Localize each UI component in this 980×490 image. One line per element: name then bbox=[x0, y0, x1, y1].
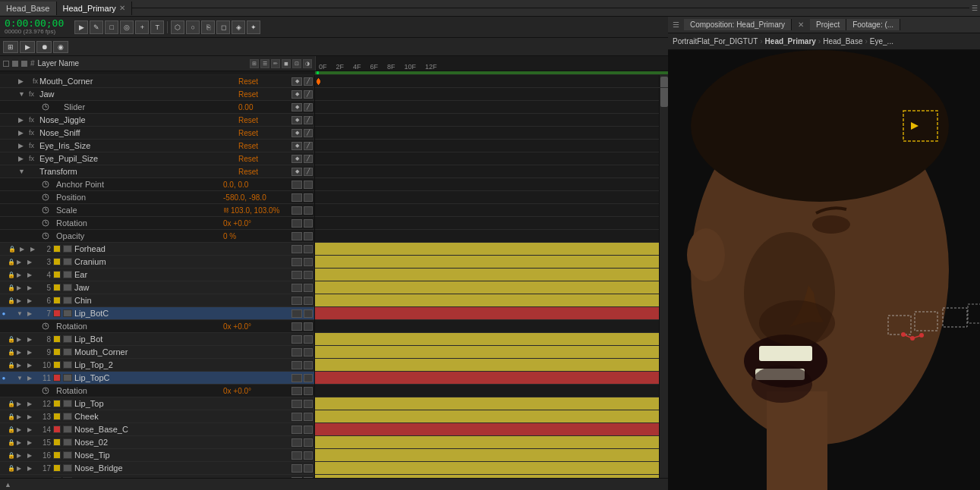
col-icon4[interactable]: ◼ bbox=[282, 59, 291, 68]
expand-toggle2[interactable]: ▶ bbox=[27, 478, 38, 479]
list-item[interactable]: 🔒 ▶ ▶ 2 Forhead bbox=[0, 243, 314, 256]
list-item[interactable]: Rotation 0x +0.0° bbox=[0, 385, 314, 397]
expand-toggle2[interactable]: ▶ bbox=[27, 272, 38, 278]
expand-toggle2[interactable]: ▶ bbox=[27, 413, 38, 420]
prop-clock-icon[interactable] bbox=[39, 193, 52, 201]
edit-btn[interactable] bbox=[304, 438, 313, 447]
comp-tab-composition[interactable]: Composition: Head_Primary bbox=[684, 19, 792, 30]
list-item[interactable]: ▶ fx Eye_Iris_Size Reset ◆ ╱ bbox=[0, 140, 314, 152]
expand-toggle2[interactable]: ▶ bbox=[27, 336, 38, 343]
list-item[interactable]: 🔒 ▶ ▶ 14 Nose_Base_C bbox=[0, 423, 314, 436]
expand-toggle[interactable]: ▶ bbox=[17, 362, 27, 369]
prop-clock-icon[interactable] bbox=[39, 206, 52, 214]
keyframe-btn[interactable] bbox=[291, 245, 302, 253]
list-item[interactable]: Rotation 0x +0.0° bbox=[0, 217, 314, 230]
expand-toggle2[interactable]: ▶ bbox=[27, 349, 38, 356]
edit-btn[interactable]: ╱ bbox=[304, 116, 313, 124]
edit-btn[interactable] bbox=[304, 451, 313, 460]
keyframe-btn[interactable]: ◆ bbox=[291, 90, 302, 99]
keyframe-btn[interactable] bbox=[291, 464, 302, 473]
list-item[interactable]: Slider 0.00 ◆ ╱ bbox=[0, 101, 314, 114]
keyframe-btn[interactable] bbox=[291, 219, 302, 228]
edit-btn[interactable]: ╱ bbox=[304, 129, 313, 137]
prop-clock-icon[interactable] bbox=[39, 322, 52, 330]
expand-toggle2[interactable]: ▶ bbox=[27, 426, 38, 433]
breadcrumb-item-2[interactable]: Head_Primary bbox=[765, 37, 816, 46]
expand-toggle[interactable]: ▼ bbox=[17, 375, 27, 382]
expand-toggle[interactable]: ▼ bbox=[17, 310, 27, 317]
edit-btn[interactable] bbox=[304, 181, 313, 189]
edit-btn[interactable] bbox=[304, 374, 313, 382]
keyframe-btn[interactable]: ◆ bbox=[291, 168, 302, 176]
expand-toggle[interactable]: ▶ bbox=[17, 272, 27, 278]
edit-btn[interactable] bbox=[304, 245, 313, 253]
keyframe-btn[interactable] bbox=[291, 181, 302, 189]
expand-toggle2[interactable]: ▶ bbox=[27, 297, 38, 304]
edit-btn[interactable] bbox=[304, 348, 313, 357]
edit-btn[interactable] bbox=[304, 193, 313, 202]
keyframe-btn[interactable] bbox=[291, 477, 302, 479]
edit-btn[interactable]: ╱ bbox=[304, 155, 313, 163]
expand-toggle[interactable]: ▶ bbox=[17, 426, 27, 433]
expand-toggle[interactable]: ▶ bbox=[17, 478, 27, 479]
keyframe-btn[interactable] bbox=[291, 335, 302, 344]
expand-toggle[interactable]: ▶ bbox=[17, 336, 27, 343]
list-item[interactable]: ▼ Transform Reset ◆ ╱ bbox=[0, 165, 314, 178]
list-item[interactable]: 🔒 ▶ ▶ 9 Mouth_Corner bbox=[0, 346, 314, 359]
list-item[interactable]: Position -580.0, -98.0 bbox=[0, 191, 314, 204]
expand-toggle2[interactable]: ▶ bbox=[27, 439, 38, 446]
expand-toggle[interactable]: ▶ bbox=[17, 259, 27, 265]
list-item[interactable]: ▼ fx Jaw Reset ◆ ╱ bbox=[0, 88, 314, 101]
list-item[interactable]: 🔒 ▶ ▶ 3 Cranium bbox=[0, 256, 314, 269]
list-item[interactable]: 🔒 ▶ ▶ 4 Ear bbox=[0, 269, 314, 281]
expand-toggle[interactable]: ▶ bbox=[18, 155, 26, 162]
expand-toggle2[interactable]: ▶ bbox=[27, 259, 38, 265]
edit-btn[interactable] bbox=[304, 284, 313, 292]
edit-btn[interactable] bbox=[304, 335, 313, 344]
list-item[interactable]: Rotation 0x +0.0° bbox=[0, 320, 314, 333]
keyframe-btn[interactable]: ◆ bbox=[291, 77, 302, 86]
col-icon2[interactable]: ☰ bbox=[260, 59, 269, 68]
list-item[interactable]: ▶ fx Nose_Sniff Reset ◆ ╱ bbox=[0, 127, 314, 140]
col-icon1[interactable]: ⊞ bbox=[250, 59, 259, 68]
keyframe-btn[interactable]: ◆ bbox=[291, 116, 302, 124]
edit-btn[interactable] bbox=[304, 309, 313, 318]
keyframe-btn[interactable] bbox=[291, 451, 302, 460]
keyframe-btn[interactable]: ◆ bbox=[291, 155, 302, 163]
lock-col[interactable] bbox=[12, 61, 18, 67]
keyframe-btn[interactable]: ◆ bbox=[291, 129, 302, 137]
list-item[interactable]: ● ▼ ▶ 11 Lip_TopC bbox=[0, 372, 314, 385]
keyframe-btn[interactable]: ◆ bbox=[291, 142, 302, 150]
edit-btn[interactable]: ╱ bbox=[304, 90, 313, 99]
comp-tab-footage[interactable]: Footage: (... bbox=[846, 19, 900, 30]
prop-clock-icon[interactable] bbox=[39, 232, 52, 240]
breadcrumb-item-4[interactable]: Eye_... bbox=[870, 37, 893, 46]
edit-btn[interactable] bbox=[304, 400, 313, 408]
expand-toggle2[interactable]: ▶ bbox=[27, 400, 38, 407]
edit-btn[interactable] bbox=[304, 361, 313, 369]
tool-roto[interactable]: ○ bbox=[186, 20, 200, 34]
tool-clone[interactable]: ⎘ bbox=[201, 20, 215, 34]
edit-btn[interactable] bbox=[304, 232, 313, 240]
timeline-scrollbar[interactable] bbox=[659, 75, 668, 478]
prop-clock-icon[interactable] bbox=[39, 181, 52, 188]
keyframe-btn[interactable] bbox=[291, 232, 302, 240]
list-item[interactable]: Anchor Point 0.0, 0.0 bbox=[0, 178, 314, 191]
keyframe-btn[interactable] bbox=[291, 387, 302, 395]
tab-head-primary-close[interactable]: ✕ bbox=[119, 4, 125, 12]
expand-toggle[interactable]: ▶ bbox=[18, 129, 26, 137]
tab-head-primary[interactable]: Head_Primary ✕ bbox=[57, 2, 132, 15]
list-item[interactable]: 🔒 ▶ ▶ 15 Nose_02 bbox=[0, 436, 314, 449]
expand-toggle[interactable]: ▼ bbox=[18, 168, 26, 175]
edit-btn[interactable] bbox=[304, 322, 313, 331]
tool-puppet[interactable]: ✦ bbox=[247, 20, 260, 34]
keyframe-btn[interactable] bbox=[291, 374, 302, 382]
keyframe-btn[interactable] bbox=[291, 322, 302, 331]
ram-btn[interactable]: ⏺ bbox=[36, 41, 52, 53]
expand-toggle2[interactable]: ▶ bbox=[27, 465, 38, 472]
expand-toggle[interactable]: ▶ bbox=[17, 413, 27, 420]
expand-toggle[interactable]: ▶ bbox=[18, 142, 26, 149]
tool-null[interactable]: + bbox=[135, 20, 149, 34]
expand-toggle2[interactable]: ▶ bbox=[27, 362, 38, 369]
tool-shape[interactable]: □ bbox=[105, 20, 118, 34]
